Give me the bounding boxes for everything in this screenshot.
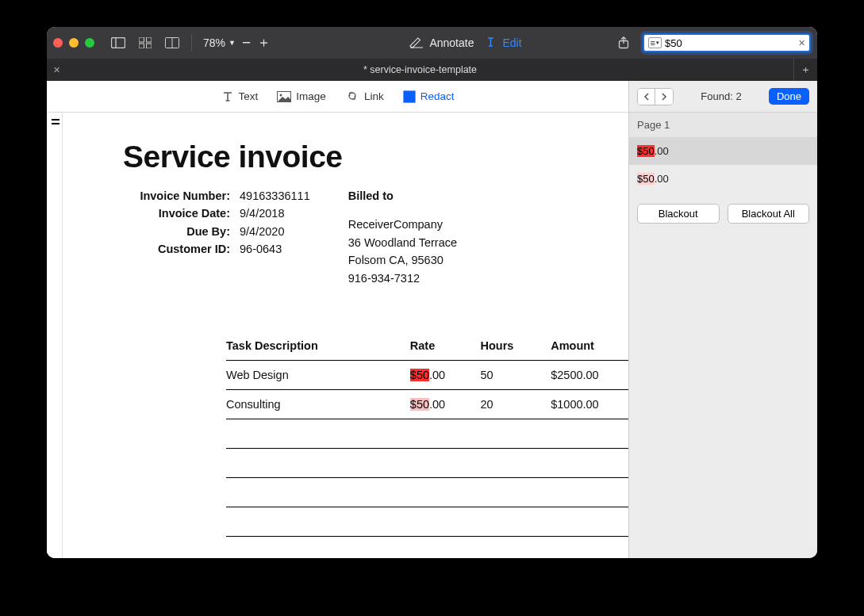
two-page-view-icon[interactable] bbox=[164, 37, 180, 48]
redact-icon bbox=[403, 90, 416, 103]
image-tool[interactable]: Image bbox=[277, 90, 326, 102]
new-tab-button[interactable]: ＋ bbox=[793, 59, 817, 81]
invoice-number-value: 49163336111 bbox=[240, 187, 310, 205]
share-icon[interactable] bbox=[616, 36, 632, 49]
table-row: Consulting$50.0020$1000.00 bbox=[226, 390, 628, 419]
minimize-window-button[interactable] bbox=[69, 38, 79, 48]
redact-actions: Blackout Blackout All bbox=[629, 193, 817, 235]
cell-hours: 50 bbox=[481, 361, 551, 390]
table-row-blank bbox=[226, 507, 628, 537]
next-result-button[interactable] bbox=[655, 89, 673, 105]
text-icon bbox=[221, 90, 234, 103]
document-pane: Text Image Link Redact Service bbox=[47, 81, 629, 558]
customer-id-value: 96-0643 bbox=[240, 240, 282, 258]
toolbar-divider bbox=[191, 34, 192, 52]
done-button[interactable]: Done bbox=[769, 88, 809, 105]
sidebar-toggle-icon[interactable] bbox=[110, 37, 126, 48]
prev-result-button[interactable] bbox=[638, 89, 655, 105]
edit-button[interactable]: Edit bbox=[485, 36, 521, 49]
billed-phone: 916-934-7312 bbox=[348, 270, 457, 287]
cell-rate: $50.00 bbox=[410, 390, 481, 419]
window-controls bbox=[53, 38, 94, 48]
found-count: Found: 2 bbox=[680, 90, 762, 102]
link-tool[interactable]: Link bbox=[345, 90, 384, 102]
cell-task: Consulting bbox=[226, 390, 410, 419]
zoom-window-button[interactable] bbox=[85, 38, 94, 48]
titlebar: 78% ▼ − ＋ Annotate Edit ≡▾ ✕ bbox=[47, 27, 817, 59]
doc-meta: Invoice Number:49163336111 Invoice Date:… bbox=[123, 187, 608, 287]
search-sidebar: Found: 2 Done Page 1 $50.00$50.00 Blacko… bbox=[629, 81, 817, 558]
redact-tool[interactable]: Redact bbox=[403, 90, 455, 103]
annotate-button[interactable]: Annotate bbox=[409, 36, 474, 49]
table-row-blank bbox=[226, 449, 628, 478]
edit-tools: Text Image Link Redact bbox=[47, 81, 628, 113]
col-rate: Rate bbox=[410, 335, 481, 361]
invoice-date-label: Invoice Date: bbox=[123, 205, 230, 222]
doc-title: Service invoice bbox=[123, 140, 608, 174]
cell-hours: 20 bbox=[481, 390, 551, 419]
table-row-blank bbox=[226, 478, 628, 507]
billed-to: Billed to ReceiverCompany 36 Woodland Te… bbox=[348, 187, 457, 287]
zoom-dropdown[interactable]: 78% ▼ bbox=[203, 36, 236, 49]
left-ruler bbox=[47, 113, 63, 558]
invoice-number-label: Invoice Number: bbox=[123, 187, 230, 205]
due-by-value: 9/4/2020 bbox=[240, 223, 284, 240]
annotate-label: Annotate bbox=[429, 36, 474, 49]
tab-bar: ✕ * service-invoice-template ＋ bbox=[47, 59, 817, 81]
cell-task: Web Design bbox=[226, 361, 410, 390]
chevron-down-icon: ▼ bbox=[228, 39, 236, 47]
invoice-table: Task Description Rate Hours Amount Web D… bbox=[226, 335, 628, 537]
customer-id-label: Customer ID: bbox=[123, 240, 230, 258]
text-tool[interactable]: Text bbox=[221, 90, 259, 103]
search-scope-icon[interactable]: ≡▾ bbox=[648, 37, 662, 48]
svg-rect-2 bbox=[139, 37, 144, 42]
svg-rect-0 bbox=[112, 38, 125, 48]
edit-text-icon bbox=[485, 36, 497, 49]
search-input[interactable] bbox=[665, 37, 798, 49]
col-amount: Amount bbox=[551, 335, 628, 361]
svg-rect-5 bbox=[147, 44, 152, 48]
close-window-button[interactable] bbox=[53, 38, 63, 48]
content-area: Text Image Link Redact Service bbox=[47, 81, 817, 558]
svg-point-11 bbox=[280, 94, 282, 96]
billed-street: 36 Woodland Terrace bbox=[348, 234, 457, 251]
image-tool-label: Image bbox=[296, 90, 326, 102]
svg-rect-14 bbox=[405, 95, 413, 98]
zoom-controls: 78% ▼ − ＋ bbox=[203, 36, 271, 49]
document-tab[interactable]: ✕ * service-invoice-template bbox=[47, 59, 793, 81]
billed-to-label: Billed to bbox=[348, 187, 457, 205]
invoice-meta: Invoice Number:49163336111 Invoice Date:… bbox=[123, 187, 310, 287]
app-window: 78% ▼ − ＋ Annotate Edit ≡▾ ✕ ✕ * bbox=[47, 27, 817, 558]
document-stage[interactable]: Service invoice Invoice Number:491633361… bbox=[47, 113, 628, 558]
clear-search-icon[interactable]: ✕ bbox=[798, 38, 805, 48]
document-page: Service invoice Invoice Number:491633361… bbox=[63, 113, 628, 558]
cell-rate: $50.00 bbox=[410, 361, 481, 390]
invoice-date-value: 9/4/2018 bbox=[240, 205, 284, 222]
cell-amount: $2500.00 bbox=[551, 361, 628, 390]
edit-label: Edit bbox=[502, 36, 521, 49]
search-result[interactable]: $50.00 bbox=[629, 165, 817, 193]
chevron-left-icon bbox=[643, 93, 650, 101]
billed-city: Folsom CA, 95630 bbox=[348, 251, 457, 269]
text-tool-label: Text bbox=[239, 90, 259, 102]
cell-amount: $1000.00 bbox=[551, 390, 628, 419]
grid-view-icon[interactable] bbox=[137, 37, 153, 48]
table-row: Web Design$50.0050$2500.00 bbox=[226, 361, 628, 390]
svg-rect-4 bbox=[139, 44, 144, 48]
link-icon bbox=[345, 92, 359, 101]
pencil-icon bbox=[409, 37, 424, 48]
blackout-all-button[interactable]: Blackout All bbox=[728, 204, 810, 224]
search-field[interactable]: ≡▾ ✕ bbox=[643, 33, 811, 52]
link-tool-label: Link bbox=[364, 90, 384, 102]
results-list: Page 1 $50.00$50.00 Blackout Blackout Al… bbox=[629, 113, 817, 558]
chevron-right-icon bbox=[661, 93, 667, 101]
blackout-button[interactable]: Blackout bbox=[637, 204, 720, 224]
redact-tool-label: Redact bbox=[420, 90, 455, 102]
search-result[interactable]: $50.00 bbox=[629, 137, 817, 165]
results-page-header: Page 1 bbox=[629, 113, 817, 137]
table-row-blank bbox=[226, 419, 628, 449]
close-tab-icon[interactable]: ✕ bbox=[53, 65, 60, 75]
tab-title: * service-invoice-template bbox=[363, 64, 477, 75]
result-nav bbox=[637, 88, 674, 105]
due-by-label: Due By: bbox=[123, 223, 230, 240]
